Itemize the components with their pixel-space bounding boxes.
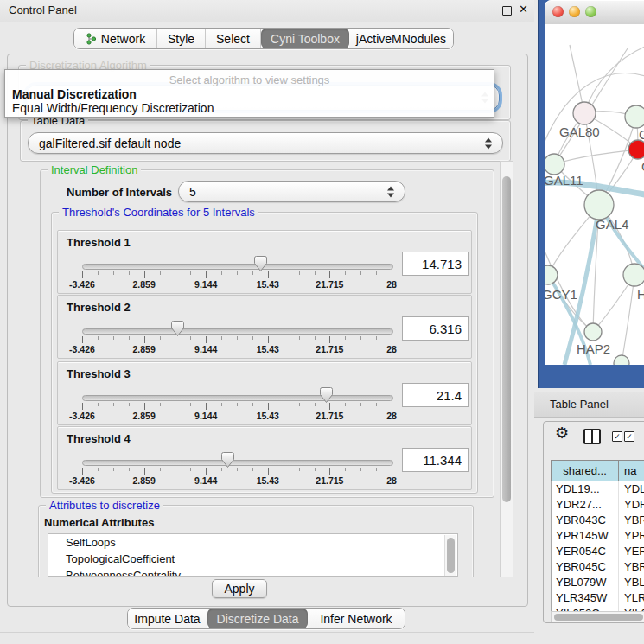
popup-item-manual-discretization[interactable]: Manual Discretization	[12, 87, 137, 101]
slider-track[interactable]	[82, 460, 393, 466]
attribute-item[interactable]: SelfLoops	[48, 534, 457, 551]
table-panel-title: Table Panel	[550, 398, 609, 411]
slider-scale-label: -3.426	[56, 279, 108, 290]
table-cell: YBL0	[619, 575, 644, 590]
slider-tick	[360, 336, 361, 340]
attribute-item[interactable]: BetweennessCentrality	[48, 567, 457, 577]
table-cell: YDL19...	[552, 481, 619, 497]
column-header-shared-name[interactable]: shared...	[552, 461, 619, 481]
network-node-GAL11[interactable]	[545, 154, 564, 175]
threshold-4-box: Threshold 4 -3.4262.8599.14415.4321.7152…	[57, 426, 472, 490]
table-row[interactable]: YDL19...YDL1	[552, 481, 644, 497]
slider-tick	[160, 403, 161, 406]
attribute-item[interactable]: TopologicalCoefficient	[48, 551, 457, 567]
split-columns-icon[interactable]	[583, 429, 601, 444]
slider-track[interactable]	[82, 264, 393, 270]
slider-tick	[113, 403, 114, 406]
table-header: shared... na	[551, 460, 644, 481]
slider-tick	[144, 403, 145, 410]
tab-select[interactable]: Select	[206, 29, 261, 48]
gear-icon[interactable]: ⚙	[555, 424, 569, 442]
slider-tick	[252, 336, 253, 340]
threshold-3-value-field[interactable]	[402, 383, 469, 407]
slider-scale-label: -3.426	[56, 344, 108, 354]
scrollbar-thumb[interactable]	[447, 538, 455, 573]
tab-style[interactable]: Style	[157, 29, 206, 48]
tab-impute-data[interactable]: Impute Data	[128, 609, 207, 628]
settings-scrollbar[interactable]	[500, 161, 513, 577]
slider-tick	[113, 336, 114, 340]
float-window-icon[interactable]	[502, 6, 512, 16]
tab-discretize-data[interactable]: Discretize Data	[207, 609, 308, 628]
table-hscrollbar[interactable]	[551, 611, 644, 622]
slider-scale-label: -3.426	[56, 475, 108, 486]
table-row[interactable]: YPR145WYPR1	[552, 528, 644, 544]
slider-thumb[interactable]	[170, 320, 185, 337]
table-data-combo[interactable]: galFiltered.sif default node	[28, 132, 503, 154]
slider-tick	[129, 336, 130, 340]
table-row[interactable]: YER054CYER0	[552, 544, 644, 559]
slider-scale-label: -3.426	[56, 411, 108, 421]
slider-tick	[129, 403, 130, 406]
table-cell: YDR2	[619, 497, 644, 513]
slider-scale-label: 28	[366, 279, 418, 290]
table-row[interactable]: YBR045CYBR0	[552, 559, 644, 575]
tab-infer-network[interactable]: Infer Network	[308, 609, 405, 628]
num-intervals-combo[interactable]: 5	[178, 181, 405, 202]
slider-thumb[interactable]	[319, 386, 334, 404]
slider-track[interactable]	[82, 395, 393, 401]
slider-tick	[82, 336, 83, 343]
tab-jactivemnodules[interactable]: jActiveMNodules	[349, 29, 453, 48]
table-row[interactable]: YBL079WYBL0	[552, 575, 644, 590]
network-node-right-mid[interactable]	[623, 264, 644, 286]
column-header-name[interactable]: na	[619, 461, 644, 481]
tab-network[interactable]: Network	[74, 29, 157, 48]
tab-cyni-toolbox[interactable]: Cyni Toolbox	[261, 29, 349, 48]
apply-button[interactable]: Apply	[212, 579, 267, 598]
threshold-1-value-field[interactable]	[402, 252, 469, 276]
network-node-red[interactable]	[628, 140, 644, 159]
scrollbar-thumb[interactable]	[502, 176, 511, 502]
slider-tick	[144, 336, 145, 343]
slider-scale-label: 2.859	[118, 411, 170, 421]
slider-tick	[268, 403, 269, 410]
threshold-4-value-field[interactable]	[402, 448, 469, 472]
slider-scale-label: 28	[366, 344, 418, 354]
table-row[interactable]: YDR27...YDR2	[552, 497, 644, 513]
group-title: Attributes to discretize	[46, 499, 163, 512]
network-node-GCY1[interactable]	[545, 265, 558, 284]
slider-tick	[98, 271, 99, 275]
popup-item-equal-width[interactable]: Equal Width/Frequency Discretization	[12, 101, 214, 115]
network-window-titlebar[interactable]	[545, 0, 644, 25]
slider-track[interactable]	[82, 328, 393, 335]
network-canvas[interactable]: GAL80GCGAL11GAL4GCY1HHAP2	[545, 24, 644, 365]
threshold-2-value-field[interactable]	[402, 316, 469, 341]
slider-tick	[268, 468, 269, 475]
network-node-top-right[interactable]	[625, 105, 644, 128]
checkbox-icon[interactable]: ✓	[624, 431, 634, 442]
close-traffic-light[interactable]	[552, 6, 564, 17]
attributes-scrollbar[interactable]	[444, 535, 456, 577]
network-node-GAL80[interactable]	[573, 102, 596, 124]
table-row[interactable]: YLR345WYLR3	[552, 590, 644, 606]
checkbox-icon[interactable]: ✓	[612, 431, 622, 442]
slider-scale-label: 9.144	[180, 411, 232, 421]
minimize-traffic-light[interactable]	[569, 6, 580, 17]
network-node-GAL4[interactable]	[584, 190, 614, 220]
network-node-HAP2[interactable]	[584, 323, 602, 341]
num-intervals-label: Number of Intervals	[67, 186, 172, 199]
numerical-attributes-list[interactable]: SelfLoopsTopologicalCoefficientBetweenne…	[48, 533, 458, 577]
network-node-bottom[interactable]	[614, 355, 629, 365]
tab-label: Infer Network	[320, 612, 392, 626]
scrollbar-thumb[interactable]	[554, 614, 643, 621]
slider-thumb[interactable]	[253, 255, 268, 272]
network-window: GAL80GCGAL11GAL4GCY1HHAP2	[538, 0, 644, 388]
zoom-traffic-light[interactable]	[585, 6, 596, 17]
slider-tick	[376, 403, 377, 406]
slider-tick	[268, 336, 269, 343]
close-icon[interactable]: ✕	[519, 3, 528, 16]
slider-scale-label: 28	[366, 475, 418, 486]
table-row[interactable]: YBR043CYBR0	[552, 513, 644, 528]
combo-arrows-icon	[387, 186, 395, 197]
slider-thumb[interactable]	[220, 451, 235, 469]
